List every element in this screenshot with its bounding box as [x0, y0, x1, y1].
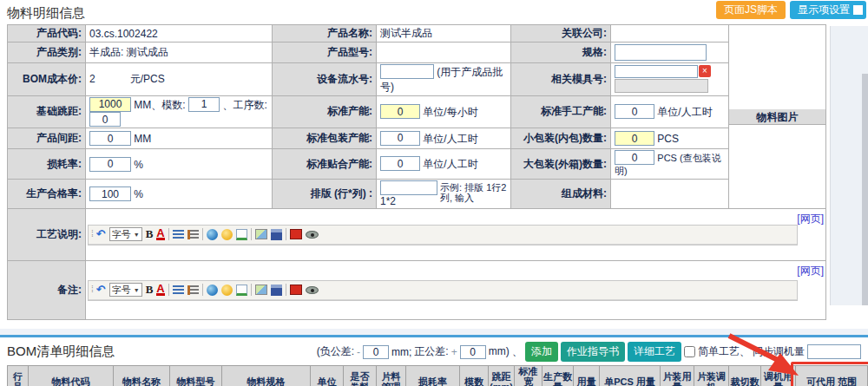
undo-icon[interactable]: ↶ — [96, 228, 106, 240]
col-sheet-usage: 片装用量 — [661, 366, 694, 386]
spec-label: 规格: — [511, 43, 611, 63]
material-detail-page: 物料明细信息 页面JS脚本 显示项设置 产品代码: 03.cs.1002422 … — [0, 0, 868, 386]
col-material-name: 物料名称 — [114, 366, 170, 386]
col-loss-rate: 损耗率 — [406, 366, 460, 386]
col-std-width: 标准宽 (mm) — [515, 366, 542, 386]
std-laminate-capacity-input[interactable] — [380, 156, 420, 171]
std-capacity-unit: 单位/每小时 — [423, 106, 477, 118]
media-icon[interactable] — [290, 229, 302, 239]
pos-tolerance-input[interactable] — [460, 345, 486, 359]
emoticon-icon[interactable] — [221, 285, 233, 296]
pass-rate-input[interactable] — [89, 186, 131, 201]
col-line-no: 行号 — [8, 366, 29, 386]
col-is-roll: 是否 卷料 — [344, 366, 377, 386]
font-color-icon[interactable]: A — [156, 284, 164, 296]
bom-section-title: BOM清单明细信息 — [7, 343, 115, 360]
outer-pack-qty-input[interactable] — [615, 150, 654, 165]
remark-toolbar: ⁞ ↶ 字号▼ B A — [89, 281, 797, 300]
layout-hint-example: 1*2 — [380, 195, 437, 207]
preview-eye-icon[interactable] — [306, 286, 319, 294]
composite-material-label: 组成材料: — [511, 180, 611, 209]
col-substitute-range: 可代用 范围 — [796, 366, 868, 386]
product-code-label: 产品代码: — [8, 25, 86, 43]
process-desc-web-link[interactable]: [网页] — [797, 212, 824, 226]
col-unit: 单位 — [311, 366, 344, 386]
save-icon[interactable] — [271, 229, 282, 240]
preview-eye-icon[interactable] — [306, 231, 319, 239]
bom-table-wrap: 行号 物料代码 物料名称 物料型号 物料规格 单位 是否 卷料 片料 管理 损耗… — [7, 365, 867, 386]
material-image-panel: 物料图片 — [729, 25, 826, 209]
device-serial-input[interactable] — [380, 64, 434, 79]
std-capacity-input[interactable] — [380, 104, 420, 119]
bold-icon[interactable]: B — [146, 284, 154, 296]
product-name-label: 产品名称: — [273, 25, 377, 43]
toolbar-separator — [286, 284, 286, 296]
related-company-label: 关联公司: — [511, 25, 611, 43]
process-count-input[interactable] — [89, 112, 121, 127]
product-category-value: 半成品: 测试成品 — [86, 43, 273, 63]
modulus-label: 、模数: — [151, 98, 185, 110]
toolbar-separator — [286, 228, 286, 240]
sync-machine-label: 同步调机量 — [753, 344, 805, 359]
vertical-scrollbar[interactable] — [862, 74, 868, 305]
col-jump: 跳距 (mm) — [489, 366, 515, 386]
section-separator — [0, 329, 868, 337]
remark-label: 备注: — [8, 261, 86, 320]
modulus-input[interactable] — [188, 97, 220, 112]
device-serial-label: 设备流水号: — [273, 63, 377, 96]
bold-icon[interactable]: B — [146, 228, 154, 240]
list-icon[interactable] — [187, 230, 199, 239]
save-icon[interactable] — [271, 285, 282, 296]
clear-mold-icon[interactable]: × — [699, 65, 711, 77]
toolbar-handle-icon: ⁞ — [91, 284, 93, 296]
col-per-pcs-usage: 单PCS 用量 — [600, 366, 661, 386]
display-settings-button[interactable]: 显示项设置 — [790, 1, 866, 19]
std-pack-capacity-input[interactable] — [380, 131, 420, 146]
font-size-select[interactable]: 字号▼ — [109, 227, 142, 241]
base-jump-input[interactable] — [89, 97, 131, 112]
font-color-icon[interactable]: A — [156, 228, 164, 240]
remark-editor: ⁞ ↶ 字号▼ B A — [88, 280, 798, 301]
col-usage: 用量 — [574, 366, 600, 386]
inner-pack-qty-input[interactable] — [615, 131, 654, 146]
edit-pad-icon[interactable] — [236, 285, 247, 296]
add-button[interactable]: 添加 — [525, 342, 558, 362]
process-desc-editor: ⁞ ↶ 字号▼ B A — [88, 225, 798, 245]
product-code-value: 03.cs.1002422 — [86, 25, 273, 43]
inner-pack-qty-unit: PCS — [657, 133, 679, 145]
link-globe-icon[interactable] — [207, 229, 218, 240]
link-globe-icon[interactable] — [207, 285, 218, 296]
toolbar-separator — [202, 228, 203, 240]
list-icon[interactable] — [187, 285, 199, 295]
std-laminate-capacity-label: 标准贴合产能: — [273, 149, 377, 180]
layout-label: 排版 (行*列) : — [273, 180, 377, 209]
sync-machine-input[interactable] — [807, 344, 861, 359]
outer-pack-qty-label: 大包装(外箱)数量: — [511, 149, 611, 180]
work-instruction-button[interactable]: 作业指导书 — [561, 342, 625, 362]
remark-web-link[interactable]: [网页] — [797, 264, 824, 278]
layout-input[interactable] — [380, 180, 437, 195]
detail-process-button[interactable]: 详细工艺 — [628, 342, 681, 362]
loss-rate-input[interactable] — [89, 157, 131, 172]
product-gap-input[interactable] — [89, 131, 131, 146]
insert-image-icon[interactable] — [255, 229, 267, 239]
simple-process-label: 简单工艺、 — [698, 344, 750, 359]
align-icon[interactable] — [173, 285, 184, 295]
std-manual-capacity-input[interactable] — [615, 104, 654, 119]
undo-icon[interactable]: ↶ — [96, 284, 106, 296]
bom-cost-value: 2 — [89, 73, 95, 85]
simple-process-checkbox[interactable] — [684, 346, 695, 357]
neg-tolerance-input[interactable] — [363, 345, 389, 359]
edit-pad-icon[interactable] — [236, 229, 247, 240]
align-icon[interactable] — [173, 230, 184, 239]
related-mold-input[interactable] — [615, 65, 698, 78]
loss-rate-label: 损耗率: — [8, 149, 86, 180]
page-js-script-button[interactable]: 页面JS脚本 — [716, 1, 786, 19]
display-settings-toggle-icon[interactable] — [853, 5, 863, 15]
spec-input[interactable] — [615, 44, 707, 61]
media-icon[interactable] — [290, 285, 302, 295]
insert-image-icon[interactable] — [255, 285, 267, 295]
emoticon-icon[interactable] — [221, 229, 233, 240]
header-buttons: 页面JS脚本 显示项设置 — [716, 1, 866, 19]
font-size-select[interactable]: 字号▼ — [109, 283, 142, 297]
